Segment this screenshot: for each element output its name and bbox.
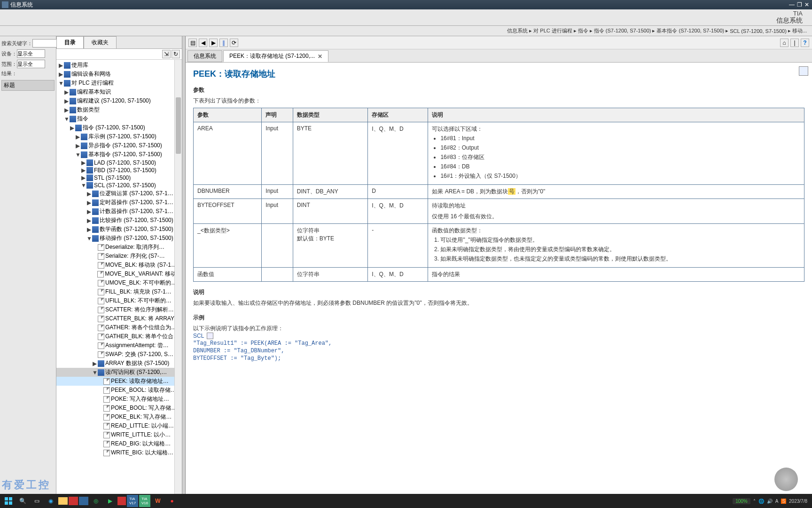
forward-icon[interactable]: ▶: [209, 39, 218, 47]
expand-toggle-icon[interactable]: ▼: [58, 80, 63, 87]
tree-node[interactable]: ▶ARRAY 数据块 (S7-1500): [56, 359, 182, 368]
expand-toggle-icon[interactable]: ▶: [86, 208, 91, 215]
tray-ime-icon[interactable]: A: [775, 499, 779, 504]
tree-node[interactable]: ▶位逻辑运算 (S7-1200, S7-1…: [56, 189, 182, 198]
home-icon[interactable]: ⌂: [780, 39, 789, 47]
tree-node[interactable]: POKE_BOOL: 写入存储…: [56, 404, 182, 413]
expand-toggle-icon[interactable]: ▼: [64, 116, 69, 122]
tree-node[interactable]: WRITE_LITTLE: 以小…: [56, 430, 182, 439]
crumb[interactable]: 指令 (S7-1200, S7-1500): [593, 27, 653, 34]
tree-node[interactable]: READ_BIG: 以大端格…: [56, 439, 182, 448]
tree-node[interactable]: UMOVE_BLK: 不可中断的…: [56, 278, 182, 287]
search-icon[interactable]: 🔍: [16, 495, 29, 507]
app-icon-4[interactable]: [117, 497, 126, 505]
collapse-icon[interactable]: ↻: [172, 50, 180, 58]
tree-node[interactable]: SCATTER_BLK: 将 ARRAY …: [56, 314, 182, 323]
close-icon[interactable]: ✕: [804, 1, 810, 8]
tree-node[interactable]: FILL_BLK: 填充块 (S7-1…: [56, 287, 182, 296]
expand-toggle-icon[interactable]: ▶: [64, 98, 69, 104]
restore-icon[interactable]: ❐: [796, 1, 803, 8]
expand-toggle-icon[interactable]: ▶: [81, 159, 86, 166]
tree-node[interactable]: Serialize: 序列化 (S7-…: [56, 252, 182, 261]
crumb[interactable]: 指令: [577, 27, 590, 34]
tree-node[interactable]: SCATTER: 将位序列解析…: [56, 305, 182, 314]
expand-toggle-icon[interactable]: ▼: [92, 369, 97, 376]
tab-toc[interactable]: 目录: [56, 36, 84, 48]
app-icon-2[interactable]: ◎: [89, 495, 102, 507]
tab-peek[interactable]: PEEK：读取存储地址 (S7-1200,...✕: [223, 50, 328, 62]
back-icon[interactable]: ◀: [199, 39, 207, 47]
wps-icon[interactable]: W: [151, 495, 164, 507]
tray-date[interactable]: 2023/7/8: [789, 499, 807, 504]
range-select[interactable]: [17, 60, 45, 68]
pdf-icon[interactable]: [69, 497, 78, 505]
tray-up-icon[interactable]: ˄: [753, 499, 756, 504]
expand-toggle-icon[interactable]: ▼: [75, 151, 80, 158]
expand-toggle-icon[interactable]: ▶: [58, 71, 63, 78]
external-link-icon[interactable]: [799, 66, 808, 76]
tree-node[interactable]: ▼移动操作 (S7-1200, S7-1500): [56, 234, 182, 243]
tree-node[interactable]: SWAP: 交换 (S7-1200, S…: [56, 350, 182, 359]
tree-node[interactable]: ▶LAD (S7-1200, S7-1500): [56, 159, 182, 167]
nav-menu-icon[interactable]: ▤: [188, 39, 197, 47]
tree-node[interactable]: POKE_BLK: 写入存储…: [56, 413, 182, 421]
tree-node[interactable]: ▶异步指令 (S7-1200, S7-1500): [56, 141, 182, 150]
tree-node[interactable]: ▶库示例 (S7-1200, S7-1500): [56, 132, 182, 141]
tray-net-icon[interactable]: 🌐: [758, 499, 764, 504]
expand-toggle-icon[interactable]: ▼: [81, 182, 86, 189]
expand-toggle-icon[interactable]: ▶: [70, 125, 74, 131]
tree-node[interactable]: ▶定时器操作 (S7-1200, S7-1…: [56, 198, 182, 207]
tree-node[interactable]: MOVE_BLK_VARIANT: 移动…: [56, 270, 182, 278]
expand-toggle-icon[interactable]: ▶: [75, 143, 80, 149]
minimize-icon[interactable]: —: [789, 1, 795, 8]
refresh-icon[interactable]: ⟳: [230, 39, 238, 47]
tree-node[interactable]: ▶STL (S7-1500): [56, 174, 182, 182]
tree-node[interactable]: ▼基本指令 (S7-1200, S7-1500): [56, 150, 182, 159]
crumb[interactable]: SCL (S7-1200, S7-1500): [728, 28, 788, 34]
pause-icon[interactable]: ‖: [219, 39, 228, 47]
expand-toggle-icon[interactable]: ▶: [81, 167, 86, 174]
tree-node[interactable]: ▶使用库: [56, 61, 182, 70]
tree-node[interactable]: Deserialize: 取消序列…: [56, 243, 182, 252]
tree-node[interactable]: POKE: 写入存储地址…: [56, 395, 182, 404]
tree-node[interactable]: UFILL_BLK: 不可中断的…: [56, 296, 182, 305]
tree-node[interactable]: READ_LITTLE: 以小端…: [56, 421, 182, 430]
zoom-level[interactable]: 100%: [733, 498, 750, 504]
tree-node[interactable]: ▶指令 (S7-1200, S7-1500): [56, 123, 182, 132]
expand-icon[interactable]: ⇲: [162, 50, 171, 58]
help-icon[interactable]: ?: [801, 39, 809, 47]
expand-toggle-icon[interactable]: ▶: [86, 199, 91, 206]
tree-node[interactable]: ▶数学函数 (S7-1200, S7-1500): [56, 225, 182, 234]
tree-node[interactable]: MOVE_BLK: 移动块 (S7-1…: [56, 261, 182, 270]
expand-toggle-icon[interactable]: ▶: [64, 89, 69, 95]
close-tab-icon[interactable]: ✕: [318, 53, 322, 60]
tab-info-system[interactable]: 信息系统: [187, 50, 222, 62]
start-icon[interactable]: [2, 495, 15, 507]
tree-node[interactable]: ▼读/写访问权 (S7-1200,…: [56, 368, 182, 377]
device-select[interactable]: [17, 49, 45, 58]
app-icon-1[interactable]: [79, 497, 88, 505]
tree-node[interactable]: ▶FBD (S7-1200, S7-1500): [56, 167, 182, 174]
expand-toggle-icon[interactable]: ▶: [75, 134, 80, 140]
app-icon-3[interactable]: ▶: [103, 495, 117, 507]
tray-vol-icon[interactable]: 🔊: [767, 499, 773, 504]
edge-icon[interactable]: ◉: [44, 495, 57, 507]
tree-node[interactable]: PEEK_BOOL: 读取存储…: [56, 386, 182, 395]
taskview-icon[interactable]: ▭: [30, 495, 43, 507]
copy-icon[interactable]: [207, 333, 213, 339]
tia-v16-icon[interactable]: TIAV16: [139, 495, 150, 507]
tree-node[interactable]: AssignmentAttempt: 尝…: [56, 341, 182, 350]
tree-node[interactable]: ▼对 PLC 进行编程: [56, 79, 182, 87]
tree-node[interactable]: ▶编程建议 (S7-1200, S7-1500): [56, 96, 182, 105]
expand-toggle-icon[interactable]: ▶: [86, 190, 91, 197]
record-icon[interactable]: ●: [165, 495, 179, 507]
tree-node[interactable]: WRITE_BIG: 以大端格…: [56, 448, 182, 457]
crumb[interactable]: 基本指令 (S7-1200, S7-1500): [655, 27, 726, 34]
tree-node[interactable]: ▼SCL (S7-1200, S7-1500): [56, 182, 182, 189]
tree-node[interactable]: GATHER: 将各个位组合为…: [56, 323, 182, 332]
taskbar[interactable]: 🔍 ▭ ◉ ◎ ▶ TIAV17 TIAV16 W ● 100% ˄ 🌐 🔊 A…: [0, 494, 812, 508]
tree-node[interactable]: ▶编辑设备和网络: [56, 70, 182, 79]
tia-v17-icon[interactable]: TIAV17: [127, 495, 138, 507]
tree-node[interactable]: ▶计数器操作 (S7-1200, S7-1…: [56, 207, 182, 216]
tree-node[interactable]: PEEK: 读取存储地址…: [56, 377, 182, 386]
